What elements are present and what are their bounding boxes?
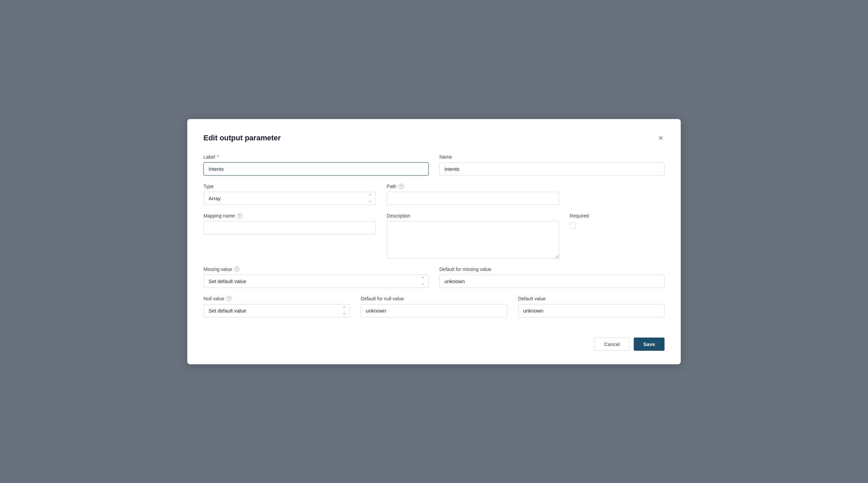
default-value-input[interactable] bbox=[518, 304, 665, 317]
name-input[interactable] bbox=[439, 162, 665, 176]
label-input[interactable] bbox=[203, 162, 429, 176]
path-field-label: Path ? bbox=[387, 184, 559, 189]
name-group: Name bbox=[439, 154, 665, 176]
required-star: * bbox=[217, 154, 219, 160]
row-missing-value: Missing value ? Set default value Use nu… bbox=[203, 267, 665, 288]
missing-value-help-icon: ? bbox=[234, 267, 240, 272]
required-checkbox[interactable] bbox=[570, 223, 576, 229]
path-help-icon: ? bbox=[399, 184, 404, 189]
mapping-name-input[interactable] bbox=[203, 221, 376, 234]
row-mapping-desc-required: Mapping name ? Description Required bbox=[203, 213, 665, 258]
default-for-missing-group: Default for missing value bbox=[439, 267, 665, 288]
cancel-button[interactable]: Cancel bbox=[594, 338, 630, 351]
path-group: Path ? bbox=[387, 184, 559, 205]
default-for-null-label: Default for null value bbox=[361, 296, 507, 301]
required-group: Required bbox=[570, 213, 665, 258]
edit-output-parameter-modal: Edit output parameter × Label * Name bbox=[187, 119, 681, 364]
path-input[interactable] bbox=[387, 192, 559, 205]
modal-overlay: Edit output parameter × Label * Name bbox=[0, 0, 868, 483]
description-label: Description bbox=[387, 213, 559, 218]
modal-footer: Cancel Save bbox=[203, 338, 665, 351]
type-select-wrapper: Array String Number Boolean Object ⌃⌄ bbox=[203, 192, 376, 205]
modal-header: Edit output parameter × bbox=[203, 133, 665, 143]
close-button[interactable]: × bbox=[657, 133, 665, 143]
description-textarea[interactable] bbox=[387, 221, 559, 258]
default-value-group: Default value bbox=[518, 296, 665, 317]
modal-title: Edit output parameter bbox=[203, 134, 281, 142]
row-null-value: Null value ? Set default value Use null … bbox=[203, 296, 665, 317]
description-group: Description bbox=[387, 213, 559, 258]
default-for-missing-input[interactable] bbox=[439, 275, 665, 288]
required-checkbox-wrapper bbox=[570, 223, 665, 229]
missing-value-label: Missing value ? bbox=[203, 267, 429, 272]
default-for-null-input[interactable] bbox=[361, 304, 507, 317]
name-field-label: Name bbox=[439, 154, 665, 160]
default-value-label: Default value bbox=[518, 296, 665, 301]
mapping-name-label: Mapping name ? bbox=[203, 213, 376, 218]
label-field-label: Label * bbox=[203, 154, 429, 160]
mapping-name-group: Mapping name ? bbox=[203, 213, 376, 258]
save-button[interactable]: Save bbox=[634, 338, 665, 351]
null-value-select-wrapper: Set default value Use null Use empty str… bbox=[203, 304, 350, 317]
required-label: Required bbox=[570, 213, 665, 218]
missing-value-select[interactable]: Set default value Use null Use empty str… bbox=[203, 275, 429, 288]
null-value-label: Null value ? bbox=[203, 296, 350, 301]
spacer-col bbox=[570, 184, 665, 205]
type-select[interactable]: Array String Number Boolean Object bbox=[203, 192, 376, 205]
type-group: Type Array String Number Boolean Object … bbox=[203, 184, 376, 205]
row-label-name: Label * Name bbox=[203, 154, 665, 176]
missing-value-group: Missing value ? Set default value Use nu… bbox=[203, 267, 429, 288]
default-for-missing-label: Default for missing value bbox=[439, 267, 665, 272]
type-field-label: Type bbox=[203, 184, 376, 189]
null-value-help-icon: ? bbox=[226, 296, 232, 301]
null-value-group: Null value ? Set default value Use null … bbox=[203, 296, 350, 317]
mapping-name-help-icon: ? bbox=[237, 213, 242, 218]
default-for-null-group: Default for null value bbox=[361, 296, 507, 317]
null-value-select[interactable]: Set default value Use null Use empty str… bbox=[203, 304, 350, 317]
missing-value-select-wrapper: Set default value Use null Use empty str… bbox=[203, 275, 429, 288]
row-type-path: Type Array String Number Boolean Object … bbox=[203, 184, 665, 205]
label-group: Label * bbox=[203, 154, 429, 176]
